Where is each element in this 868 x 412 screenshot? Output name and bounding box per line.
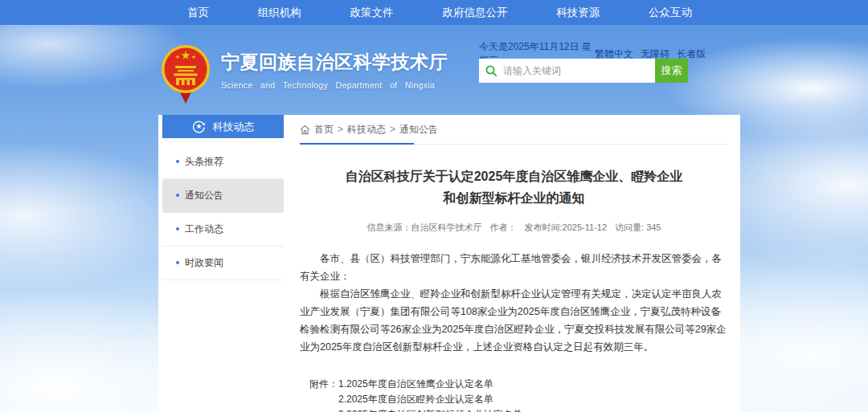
site-brand[interactable]: 宁夏回族自治区科学技术厅 Science and Technology Depa… (160, 44, 435, 104)
search-input[interactable] (479, 59, 655, 83)
breadcrumb-sci-tech-news[interactable]: 科技动态 (347, 123, 386, 137)
sidebar-item-notices[interactable]: 通知公告 (162, 179, 284, 213)
breadcrumb-divider (300, 142, 728, 145)
site-title: 宁夏回族自治区科学技术厅 (221, 50, 435, 75)
sidebar-item-label: 时政要闻 (185, 257, 223, 268)
attachment-link-benchmark-list[interactable]: 3.2025年度自治区创新型标杆企业认定名单 (338, 407, 522, 412)
star-circle-icon (192, 120, 206, 133)
attachments-section: 附件： 1.2025年度自治区雏鹰企业认定名单 2.2025年度自治区瞪羚企业认… (300, 377, 728, 412)
attachments-list: 1.2025年度自治区雏鹰企业认定名单 2.2025年度自治区瞪羚企业认定名单 … (338, 377, 522, 412)
sidebar: 科技动态 头条推荐 通知公告 工作动态 时政要闻 (162, 115, 284, 280)
site-subtitle-english: Science and Technology Department of Nin… (221, 80, 435, 90)
breadcrumb-current-page: 通知公告 (399, 123, 438, 137)
nav-item-organization[interactable]: 组织机构 (258, 0, 301, 25)
article-title-line1: 自治区科技厅关于认定2025年度自治区雏鹰企业、瞪羚企业 (300, 165, 728, 187)
sidebar-title: 科技动态 (213, 120, 255, 134)
sidebar-item-current-politics[interactable]: 时政要闻 (162, 247, 284, 280)
bullet-dot-icon (176, 160, 179, 163)
bullet-dot-icon (176, 194, 179, 197)
article-title: 自治区科技厅关于认定2025年度自治区雏鹰企业、瞪羚企业 和创新型标杆企业的通知 (300, 165, 728, 209)
search-button[interactable]: 搜索 (655, 59, 688, 83)
sidebar-item-work-trends[interactable]: 工作动态 (162, 213, 284, 247)
nav-item-sci-tech-resources[interactable]: 科技资源 (556, 0, 600, 25)
article-body: 各市、县（区）科技管理部门，宁东能源化工基地管委会，银川经济技术开发区管委会，各… (300, 250, 728, 356)
top-navigation-bar: 首页 组织机构 政策文件 政府信息公开 科技资源 公众互动 (0, 0, 868, 25)
article-title-line2: 和创新型标杆企业的通知 (300, 187, 728, 209)
top-nav-items: 首页 组织机构 政策文件 政府信息公开 科技资源 公众互动 (187, 0, 692, 25)
breadcrumb-home[interactable]: 首页 (314, 123, 334, 137)
meta-publish-date: 发布时间:2025-11-12 (525, 222, 608, 234)
meta-author: 作者： (490, 222, 517, 234)
nav-item-gov-info-disclosure[interactable]: 政府信息公开 (442, 0, 507, 25)
article-paragraph: 根据自治区雏鹰企业、瞪羚企业和创新型标杆企业认定管理有关规定，决定认定半亩良人农… (300, 285, 728, 356)
sidebar-item-label: 工作动态 (185, 223, 223, 235)
meta-view-count: 访问量: 345 (615, 222, 661, 234)
sidebar-header: 科技动态 (162, 115, 284, 138)
home-icon[interactable] (300, 124, 310, 135)
attachment-link-eagle-list[interactable]: 1.2025年度自治区雏鹰企业认定名单 (338, 377, 522, 392)
attachments-label: 附件： (309, 377, 338, 412)
site-title-block: 宁夏回族自治区科学技术厅 Science and Technology Depa… (221, 50, 435, 90)
national-emblem-logo (160, 44, 211, 104)
nav-item-policy-documents[interactable]: 政策文件 (350, 0, 394, 25)
article-meta: 信息来源：自治区科学技术厅 作者： 发布时间:2025-11-12 访问量: 3… (300, 222, 728, 234)
attachment-link-gazelle-list[interactable]: 2.2025年度自治区瞪羚企业认定名单 (338, 392, 522, 407)
article-panel: 首页 > 科技动态 > 通知公告 自治区科技厅关于认定2025年度自治区雏鹰企业… (300, 115, 728, 412)
breadcrumb: 首页 > 科技动态 > 通知公告 (300, 121, 728, 137)
nav-item-public-interaction[interactable]: 公众互动 (649, 0, 692, 25)
article-paragraph: 各市、县（区）科技管理部门，宁东能源化工基地管委会，银川经济技术开发区管委会，各… (300, 250, 728, 285)
bullet-dot-icon (176, 261, 179, 264)
sidebar-item-label: 通知公告 (185, 190, 223, 201)
sidebar-item-label: 头条推荐 (185, 156, 223, 167)
content-panel: 科技动态 头条推荐 通知公告 工作动态 时政要闻 首页 > 科技动态 > 通知公… (158, 115, 740, 412)
meta-source: 信息来源：自治区科学技术厅 (367, 222, 482, 234)
sidebar-item-headlines[interactable]: 头条推荐 (162, 145, 284, 179)
sidebar-menu: 头条推荐 通知公告 工作动态 时政要闻 (162, 145, 284, 280)
bullet-dot-icon (176, 227, 179, 230)
breadcrumb-separator: > (338, 124, 343, 135)
nav-item-home[interactable]: 首页 (187, 0, 209, 25)
breadcrumb-separator: > (390, 124, 395, 135)
